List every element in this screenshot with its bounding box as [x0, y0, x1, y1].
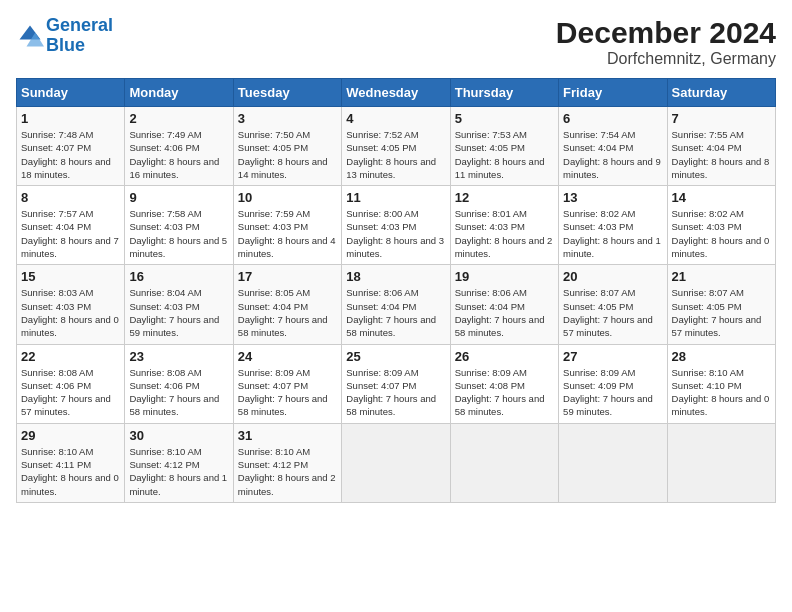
week-row-4: 29Sunrise: 8:10 AM Sunset: 4:11 PM Dayli… [17, 423, 776, 502]
calendar-cell [559, 423, 667, 502]
day-number: 30 [129, 428, 228, 443]
day-info: Sunrise: 8:06 AM Sunset: 4:04 PM Dayligh… [455, 286, 554, 339]
calendar-cell: 11Sunrise: 8:00 AM Sunset: 4:03 PM Dayli… [342, 186, 450, 265]
day-info: Sunrise: 7:48 AM Sunset: 4:07 PM Dayligh… [21, 128, 120, 181]
day-info: Sunrise: 7:58 AM Sunset: 4:03 PM Dayligh… [129, 207, 228, 260]
week-row-3: 22Sunrise: 8:08 AM Sunset: 4:06 PM Dayli… [17, 344, 776, 423]
calendar-cell: 14Sunrise: 8:02 AM Sunset: 4:03 PM Dayli… [667, 186, 775, 265]
weekday-header-sunday: Sunday [17, 79, 125, 107]
calendar-table: SundayMondayTuesdayWednesdayThursdayFrid… [16, 78, 776, 503]
day-info: Sunrise: 7:50 AM Sunset: 4:05 PM Dayligh… [238, 128, 337, 181]
day-info: Sunrise: 8:10 AM Sunset: 4:12 PM Dayligh… [129, 445, 228, 498]
day-info: Sunrise: 8:05 AM Sunset: 4:04 PM Dayligh… [238, 286, 337, 339]
day-number: 7 [672, 111, 771, 126]
calendar-cell: 22Sunrise: 8:08 AM Sunset: 4:06 PM Dayli… [17, 344, 125, 423]
calendar-cell: 28Sunrise: 8:10 AM Sunset: 4:10 PM Dayli… [667, 344, 775, 423]
calendar-cell: 9Sunrise: 7:58 AM Sunset: 4:03 PM Daylig… [125, 186, 233, 265]
day-number: 2 [129, 111, 228, 126]
calendar-cell: 21Sunrise: 8:07 AM Sunset: 4:05 PM Dayli… [667, 265, 775, 344]
day-info: Sunrise: 8:09 AM Sunset: 4:07 PM Dayligh… [346, 366, 445, 419]
day-info: Sunrise: 8:09 AM Sunset: 4:08 PM Dayligh… [455, 366, 554, 419]
title-block: December 2024 Dorfchemnitz, Germany [556, 16, 776, 68]
weekday-header-friday: Friday [559, 79, 667, 107]
calendar-cell [450, 423, 558, 502]
weekday-header-thursday: Thursday [450, 79, 558, 107]
logo-general: General [46, 15, 113, 35]
calendar-subtitle: Dorfchemnitz, Germany [556, 50, 776, 68]
calendar-cell: 10Sunrise: 7:59 AM Sunset: 4:03 PM Dayli… [233, 186, 341, 265]
logo: General Blue [16, 16, 113, 56]
day-info: Sunrise: 7:53 AM Sunset: 4:05 PM Dayligh… [455, 128, 554, 181]
day-number: 17 [238, 269, 337, 284]
day-info: Sunrise: 8:08 AM Sunset: 4:06 PM Dayligh… [21, 366, 120, 419]
calendar-cell: 26Sunrise: 8:09 AM Sunset: 4:08 PM Dayli… [450, 344, 558, 423]
day-info: Sunrise: 7:55 AM Sunset: 4:04 PM Dayligh… [672, 128, 771, 181]
day-info: Sunrise: 7:54 AM Sunset: 4:04 PM Dayligh… [563, 128, 662, 181]
calendar-cell: 8Sunrise: 7:57 AM Sunset: 4:04 PM Daylig… [17, 186, 125, 265]
day-info: Sunrise: 8:10 AM Sunset: 4:10 PM Dayligh… [672, 366, 771, 419]
page-header: General Blue December 2024 Dorfchemnitz,… [16, 16, 776, 68]
day-info: Sunrise: 8:10 AM Sunset: 4:12 PM Dayligh… [238, 445, 337, 498]
day-number: 9 [129, 190, 228, 205]
calendar-cell: 19Sunrise: 8:06 AM Sunset: 4:04 PM Dayli… [450, 265, 558, 344]
day-number: 12 [455, 190, 554, 205]
day-number: 6 [563, 111, 662, 126]
week-row-2: 15Sunrise: 8:03 AM Sunset: 4:03 PM Dayli… [17, 265, 776, 344]
day-number: 1 [21, 111, 120, 126]
calendar-cell: 15Sunrise: 8:03 AM Sunset: 4:03 PM Dayli… [17, 265, 125, 344]
day-number: 23 [129, 349, 228, 364]
logo-text: General Blue [46, 16, 113, 56]
day-info: Sunrise: 8:02 AM Sunset: 4:03 PM Dayligh… [563, 207, 662, 260]
day-number: 26 [455, 349, 554, 364]
weekday-header-saturday: Saturday [667, 79, 775, 107]
calendar-cell: 25Sunrise: 8:09 AM Sunset: 4:07 PM Dayli… [342, 344, 450, 423]
day-info: Sunrise: 8:06 AM Sunset: 4:04 PM Dayligh… [346, 286, 445, 339]
day-number: 14 [672, 190, 771, 205]
day-info: Sunrise: 8:04 AM Sunset: 4:03 PM Dayligh… [129, 286, 228, 339]
day-info: Sunrise: 8:03 AM Sunset: 4:03 PM Dayligh… [21, 286, 120, 339]
day-info: Sunrise: 8:07 AM Sunset: 4:05 PM Dayligh… [672, 286, 771, 339]
calendar-cell: 29Sunrise: 8:10 AM Sunset: 4:11 PM Dayli… [17, 423, 125, 502]
day-number: 18 [346, 269, 445, 284]
calendar-cell: 23Sunrise: 8:08 AM Sunset: 4:06 PM Dayli… [125, 344, 233, 423]
calendar-cell: 6Sunrise: 7:54 AM Sunset: 4:04 PM Daylig… [559, 107, 667, 186]
calendar-cell: 4Sunrise: 7:52 AM Sunset: 4:05 PM Daylig… [342, 107, 450, 186]
calendar-title: December 2024 [556, 16, 776, 50]
logo-blue: Blue [46, 35, 85, 55]
calendar-cell: 1Sunrise: 7:48 AM Sunset: 4:07 PM Daylig… [17, 107, 125, 186]
day-number: 28 [672, 349, 771, 364]
day-number: 22 [21, 349, 120, 364]
calendar-cell: 12Sunrise: 8:01 AM Sunset: 4:03 PM Dayli… [450, 186, 558, 265]
calendar-cell: 13Sunrise: 8:02 AM Sunset: 4:03 PM Dayli… [559, 186, 667, 265]
weekday-header-monday: Monday [125, 79, 233, 107]
day-info: Sunrise: 8:09 AM Sunset: 4:09 PM Dayligh… [563, 366, 662, 419]
day-info: Sunrise: 8:07 AM Sunset: 4:05 PM Dayligh… [563, 286, 662, 339]
weekday-header-tuesday: Tuesday [233, 79, 341, 107]
day-number: 29 [21, 428, 120, 443]
day-number: 31 [238, 428, 337, 443]
day-number: 5 [455, 111, 554, 126]
day-number: 25 [346, 349, 445, 364]
day-info: Sunrise: 8:02 AM Sunset: 4:03 PM Dayligh… [672, 207, 771, 260]
day-number: 4 [346, 111, 445, 126]
calendar-cell: 27Sunrise: 8:09 AM Sunset: 4:09 PM Dayli… [559, 344, 667, 423]
day-number: 13 [563, 190, 662, 205]
day-info: Sunrise: 7:49 AM Sunset: 4:06 PM Dayligh… [129, 128, 228, 181]
day-number: 3 [238, 111, 337, 126]
calendar-cell: 24Sunrise: 8:09 AM Sunset: 4:07 PM Dayli… [233, 344, 341, 423]
week-row-1: 8Sunrise: 7:57 AM Sunset: 4:04 PM Daylig… [17, 186, 776, 265]
day-info: Sunrise: 8:00 AM Sunset: 4:03 PM Dayligh… [346, 207, 445, 260]
day-info: Sunrise: 7:59 AM Sunset: 4:03 PM Dayligh… [238, 207, 337, 260]
day-number: 27 [563, 349, 662, 364]
day-number: 11 [346, 190, 445, 205]
calendar-cell: 20Sunrise: 8:07 AM Sunset: 4:05 PM Dayli… [559, 265, 667, 344]
calendar-cell: 31Sunrise: 8:10 AM Sunset: 4:12 PM Dayli… [233, 423, 341, 502]
calendar-cell: 30Sunrise: 8:10 AM Sunset: 4:12 PM Dayli… [125, 423, 233, 502]
calendar-cell: 17Sunrise: 8:05 AM Sunset: 4:04 PM Dayli… [233, 265, 341, 344]
day-number: 19 [455, 269, 554, 284]
day-number: 15 [21, 269, 120, 284]
calendar-cell [342, 423, 450, 502]
day-number: 21 [672, 269, 771, 284]
weekday-header-row: SundayMondayTuesdayWednesdayThursdayFrid… [17, 79, 776, 107]
calendar-cell: 3Sunrise: 7:50 AM Sunset: 4:05 PM Daylig… [233, 107, 341, 186]
